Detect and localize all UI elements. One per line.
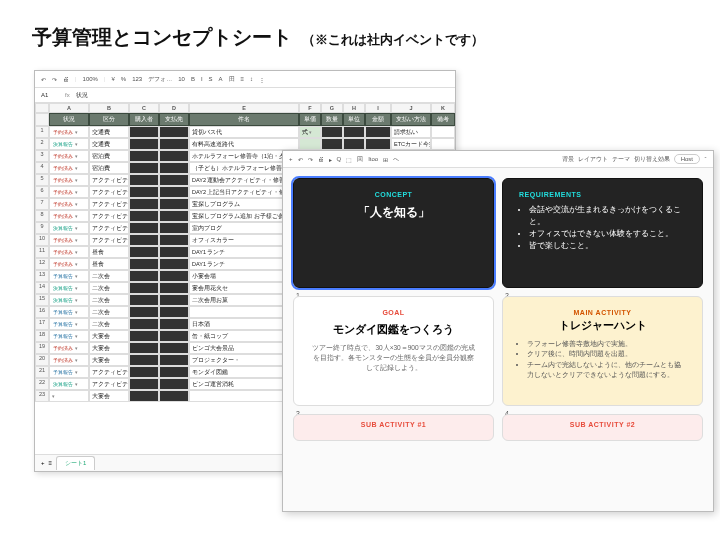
status-cell[interactable]: 予約済み ▾ (49, 186, 89, 198)
row-number[interactable]: 14 (35, 282, 49, 294)
column-header[interactable]: G (321, 103, 343, 113)
amount-cell[interactable] (365, 126, 391, 138)
row-number[interactable]: 20 (35, 354, 49, 366)
buyer-cell[interactable] (129, 234, 159, 246)
print-icon[interactable]: 🖨 (318, 156, 324, 162)
buyer-cell[interactable] (129, 366, 159, 378)
row-number[interactable]: 5 (35, 174, 49, 186)
buyer-cell[interactable] (129, 150, 159, 162)
row-number[interactable]: 21 (35, 366, 49, 378)
status-cell[interactable]: 決算報告 ▾ (49, 282, 89, 294)
payee-cell[interactable] (159, 222, 189, 234)
buyer-cell[interactable] (129, 318, 159, 330)
category-cell[interactable]: アクティビティ (89, 186, 129, 198)
payee-cell[interactable] (159, 210, 189, 222)
currency-icon[interactable]: ¥ (111, 76, 114, 82)
note-cell[interactable] (431, 138, 455, 150)
payee-cell[interactable] (159, 258, 189, 270)
buyer-cell[interactable] (129, 186, 159, 198)
row-number[interactable]: 8 (35, 210, 49, 222)
row-number[interactable]: 7 (35, 198, 49, 210)
redo-icon[interactable]: ↷ (52, 76, 57, 83)
column-header[interactable]: H (343, 103, 365, 113)
row-number[interactable]: 23 (35, 390, 49, 402)
status-cell[interactable]: 予約済み ▾ (49, 354, 89, 366)
category-cell[interactable]: 二次会 (89, 306, 129, 318)
column-header[interactable]: B (89, 103, 129, 113)
note-cell[interactable] (431, 126, 455, 138)
row-number[interactable]: 1 (35, 126, 49, 138)
payee-cell[interactable] (159, 366, 189, 378)
buyer-cell[interactable] (129, 258, 159, 270)
category-cell[interactable]: 大宴会 (89, 330, 129, 342)
paymethod-cell[interactable]: ETCカード今払い (391, 138, 431, 150)
slide-goal[interactable]: GOAL モンダイ図鑑をつくろう ツアー終了時点で、30人×30＝900マスの図… (293, 296, 494, 406)
buyer-cell[interactable] (129, 162, 159, 174)
status-cell[interactable]: 予算報告 ▾ (49, 318, 89, 330)
buyer-cell[interactable] (129, 390, 159, 402)
slide-sub-1[interactable]: SUB ACTIVITY #1 (293, 414, 494, 441)
payee-cell[interactable] (159, 198, 189, 210)
category-cell[interactable]: アクティビティ (89, 198, 129, 210)
buyer-cell[interactable] (129, 138, 159, 150)
status-cell[interactable]: 決算報告 ▾ (49, 294, 89, 306)
column-header[interactable]: D (159, 103, 189, 113)
font-dropdown[interactable]: デフォ… (148, 75, 172, 84)
row-number[interactable]: 16 (35, 306, 49, 318)
category-cell[interactable]: 二次会 (89, 282, 129, 294)
new-slide-icon[interactable]: + (289, 156, 293, 162)
undo-icon[interactable]: ↶ (298, 156, 303, 163)
number-format[interactable]: 123 (132, 76, 142, 82)
background-button[interactable]: 背景 (562, 155, 574, 164)
status-cell[interactable]: 予算報告 ▾ (49, 306, 89, 318)
row-number[interactable]: 2 (35, 138, 49, 150)
percent-icon[interactable]: % (121, 76, 126, 82)
present-icon[interactable]: ▸ (329, 156, 332, 163)
category-cell[interactable]: 二次会 (89, 270, 129, 282)
select-icon[interactable]: ⬚ (346, 156, 352, 163)
status-cell[interactable]: 予約済み ▾ (49, 198, 89, 210)
layout-button[interactable]: レイアウト (578, 155, 608, 164)
row-number[interactable]: 3 (35, 150, 49, 162)
status-cell[interactable]: 予算報告 ▾ (49, 366, 89, 378)
category-cell[interactable]: アクティビティ (89, 234, 129, 246)
column-header[interactable]: J (391, 103, 431, 113)
zoom-dropdown[interactable]: 100% (83, 76, 98, 82)
payee-cell[interactable] (159, 138, 189, 150)
textbox-icon[interactable]: 回 (357, 155, 363, 164)
row-number[interactable]: 6 (35, 186, 49, 198)
column-header[interactable]: F (299, 103, 321, 113)
buyer-cell[interactable] (129, 342, 159, 354)
category-cell[interactable]: 宿泊費 (89, 150, 129, 162)
payee-cell[interactable] (159, 162, 189, 174)
align-icon[interactable]: ≡ (241, 76, 245, 82)
row-number[interactable]: 18 (35, 330, 49, 342)
qty-cell[interactable] (321, 138, 343, 150)
unit-cell[interactable]: 式 ▾ (299, 126, 321, 138)
status-cell[interactable]: 予約済み ▾ (49, 210, 89, 222)
column-header[interactable] (35, 103, 49, 113)
buyer-cell[interactable] (129, 282, 159, 294)
payee-cell[interactable] (159, 390, 189, 402)
borders-icon[interactable]: 田 (229, 75, 235, 84)
payee-cell[interactable] (159, 294, 189, 306)
category-cell[interactable]: 大宴会 (89, 354, 129, 366)
unit-cell[interactable] (299, 138, 321, 150)
item-name-cell[interactable]: 貸切バス代 (189, 126, 299, 138)
buyer-cell[interactable] (129, 270, 159, 282)
category-cell[interactable]: 昼食 (89, 246, 129, 258)
payee-cell[interactable] (159, 270, 189, 282)
category-cell[interactable]: 二次会 (89, 318, 129, 330)
undo-icon[interactable]: ↶ (41, 76, 46, 83)
amount-cell[interactable] (365, 138, 391, 150)
category-cell[interactable]: 宿泊費 (89, 162, 129, 174)
payee-cell[interactable] (159, 246, 189, 258)
category-cell[interactable]: アクティビティ (89, 222, 129, 234)
image-icon[interactable]: Itoo (368, 156, 378, 162)
payee-cell[interactable] (159, 330, 189, 342)
text-color-icon[interactable]: A (219, 76, 223, 82)
chevron-up-icon[interactable]: ˄ (704, 156, 707, 163)
qty-cell[interactable] (321, 126, 343, 138)
category-cell[interactable]: 大宴会 (89, 342, 129, 354)
category-cell[interactable]: 昼食 (89, 258, 129, 270)
